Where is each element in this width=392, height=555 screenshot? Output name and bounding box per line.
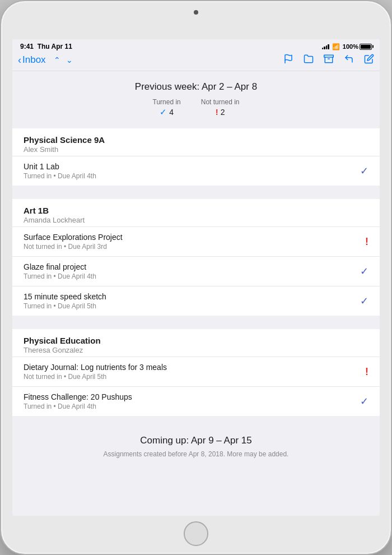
not-turned-in-label: Not turned in — [201, 98, 240, 106]
coming-up-title: Coming up: Apr 9 – Apr 15 — [24, 435, 368, 446]
course-teacher-phys-ed: Theresa Gonzalez — [24, 346, 368, 354]
nav-arrows: ⌃ ⌄ — [54, 55, 73, 64]
assignment-status: ✓ — [360, 265, 368, 278]
back-chevron-icon: ‹ — [18, 55, 21, 65]
reply-icon[interactable] — [344, 54, 354, 66]
compose-icon[interactable] — [364, 54, 374, 66]
assignment-name: 15 minute speed sketch — [24, 292, 106, 301]
back-button[interactable]: ‹ Inbox — [18, 54, 46, 66]
alert-icon: ! — [216, 107, 218, 117]
screen: 9:41 Thu Apr 11 📶 100% — [12, 39, 380, 516]
status-right: 📶 100% — [322, 43, 372, 50]
course-name-phys-ed: Physical Education — [24, 336, 368, 345]
course-name-physical-science: Physical Science 9A — [24, 135, 368, 145]
signal-bars — [322, 44, 329, 49]
back-label: Inbox — [22, 54, 46, 66]
section-divider — [12, 190, 380, 195]
assignment-status: ! — [365, 236, 368, 248]
status-bar: 9:41 Thu Apr 11 📶 100% — [12, 39, 380, 53]
turned-in-label: Turned in — [153, 98, 181, 106]
course-section-physical-science: Physical Science 9A Alex Smith Unit 1 La… — [12, 128, 380, 186]
assignment-status: ✓ — [360, 395, 368, 408]
not-turned-in-value: ! 2 — [216, 107, 225, 117]
turned-in-stat: Turned in ✓ 4 — [153, 98, 181, 117]
section-divider — [12, 420, 380, 425]
assignment-row[interactable]: Unit 1 Lab Turned in • Due April 4th ✓ — [12, 156, 380, 186]
course-teacher-art: Amanda Lockheart — [24, 216, 368, 224]
status-time: 9:41 Thu Apr 11 — [20, 43, 72, 50]
assignment-meta: Turned in • Due April 5th — [24, 302, 106, 310]
assignment-info: Glaze final project Turned in • Due Apri… — [24, 262, 96, 280]
course-header-phys-ed: Physical Education Theresa Gonzalez — [12, 329, 380, 357]
week-title: Previous week: Apr 2 – Apr 8 — [24, 81, 368, 92]
not-turned-in-count: 2 — [221, 108, 225, 117]
assignment-info: 15 minute speed sketch Turned in • Due A… — [24, 292, 106, 310]
course-name-art: Art 1B — [24, 206, 368, 215]
coming-up-section: Coming up: Apr 9 – Apr 15 Assignments cr… — [12, 425, 380, 465]
alert-status-icon: ! — [365, 366, 368, 377]
assignment-meta: Not turned in • Due April 5th — [24, 373, 167, 381]
battery-label: 100% — [343, 43, 358, 50]
assignment-name: Unit 1 Lab — [24, 162, 96, 171]
alert-status-icon: ! — [365, 236, 368, 247]
turned-in-value: ✓ 4 — [160, 107, 174, 117]
assignment-meta: Not turned in • Due April 3rd — [24, 243, 123, 251]
nav-right — [283, 54, 374, 66]
battery-container: 100% — [343, 43, 372, 50]
course-header-physical-science: Physical Science 9A Alex Smith — [12, 128, 380, 156]
assignment-meta: Turned in • Due April 4th — [24, 403, 132, 410]
section-divider — [12, 320, 380, 325]
assignment-name: Surface Explorations Project — [24, 233, 123, 242]
assignment-row[interactable]: 15 minute speed sketch Turned in • Due A… — [12, 286, 380, 316]
battery-fill — [361, 45, 371, 49]
check-status-icon: ✓ — [360, 295, 368, 307]
assignment-row[interactable]: Surface Explorations Project Not turned … — [12, 226, 380, 256]
assignment-status: ✓ — [360, 165, 368, 177]
coming-up-description: Assignments created before Apr 8, 2018. … — [24, 450, 368, 459]
nav-left: ‹ Inbox ⌃ ⌄ — [18, 54, 73, 66]
check-status-icon: ✓ — [360, 266, 368, 277]
assignment-name: Dietary Journal: Log nutrients for 3 mea… — [24, 363, 167, 372]
week-stats: Turned in ✓ 4 Not turned in ! 2 — [24, 98, 368, 117]
assignment-name: Glaze final project — [24, 262, 96, 271]
week-header: Previous week: Apr 2 – Apr 8 Turned in ✓… — [12, 71, 380, 124]
check-status-icon: ✓ — [360, 396, 368, 407]
down-arrow-icon[interactable]: ⌄ — [66, 55, 73, 64]
assignment-meta: Turned in • Due April 4th — [24, 172, 96, 180]
assignment-info: Fitness Challenge: 20 Pushups Turned in … — [24, 392, 132, 410]
assignment-info: Unit 1 Lab Turned in • Due April 4th — [24, 162, 96, 180]
wifi-icon: 📶 — [332, 43, 340, 50]
assignment-row[interactable]: Glaze final project Turned in • Due Apri… — [12, 256, 380, 286]
camera — [194, 10, 198, 15]
assignment-name: Fitness Challenge: 20 Pushups — [24, 392, 132, 401]
ipad-frame: 9:41 Thu Apr 11 📶 100% — [0, 0, 392, 555]
svg-rect-1 — [324, 55, 334, 57]
check-status-icon: ✓ — [360, 165, 368, 177]
assignment-meta: Turned in • Due April 4th — [24, 272, 96, 280]
assignment-info: Surface Explorations Project Not turned … — [24, 233, 123, 251]
folder-icon[interactable] — [304, 54, 314, 66]
assignment-status: ! — [365, 366, 368, 378]
battery-icon — [360, 44, 372, 50]
assignment-row[interactable]: Dietary Journal: Log nutrients for 3 mea… — [12, 357, 380, 386]
archive-icon[interactable] — [324, 54, 334, 66]
nav-bar: ‹ Inbox ⌃ ⌄ — [12, 53, 380, 71]
course-section-phys-ed: Physical Education Theresa Gonzalez Diet… — [12, 329, 380, 416]
home-button[interactable] — [184, 521, 208, 546]
up-arrow-icon[interactable]: ⌃ — [54, 55, 60, 64]
course-teacher-physical-science: Alex Smith — [24, 145, 368, 154]
assignment-info: Dietary Journal: Log nutrients for 3 mea… — [24, 363, 167, 381]
turned-in-count: 4 — [169, 108, 174, 117]
flag-icon[interactable] — [283, 54, 293, 66]
assignment-status: ✓ — [360, 295, 368, 307]
course-header-art: Art 1B Amanda Lockheart — [12, 199, 380, 226]
course-section-art: Art 1B Amanda Lockheart Surface Explorat… — [12, 199, 380, 316]
check-icon: ✓ — [160, 107, 167, 117]
content-area: Previous week: Apr 2 – Apr 8 Turned in ✓… — [12, 71, 380, 516]
assignment-row[interactable]: Fitness Challenge: 20 Pushups Turned in … — [12, 386, 380, 416]
not-turned-in-stat: Not turned in ! 2 — [201, 98, 240, 117]
